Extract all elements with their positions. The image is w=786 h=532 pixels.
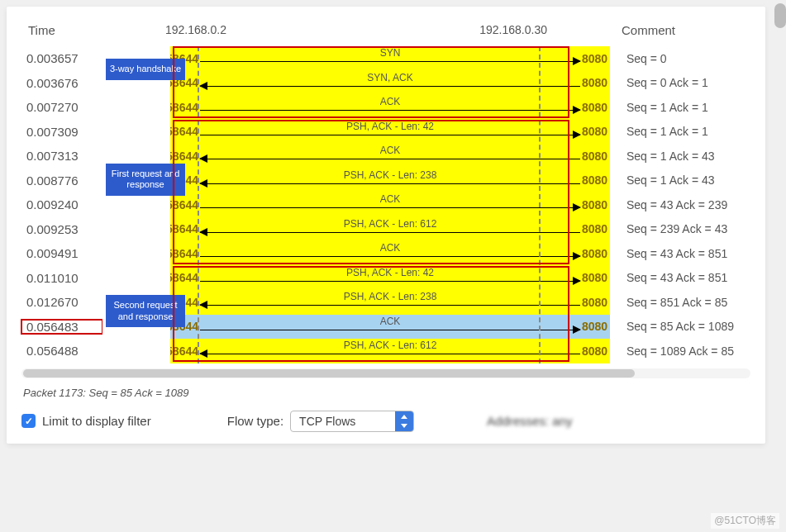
arrow-track: ACK (200, 192, 580, 217)
header-time: Time (28, 23, 111, 37)
packet-label: ACK (200, 242, 580, 254)
packet-label: PSH, ACK - Len: 612 (200, 218, 580, 230)
time-cell: 0.012670 (21, 295, 102, 309)
packet-label: ACK (200, 316, 580, 327)
host1-timeline (198, 46, 199, 363)
column-headers: Time 192.168.0.2 192.168.0.30 Comment (21, 23, 750, 46)
flow-cell: 58644PSH, ACK - Len: 6128080 (170, 339, 610, 363)
time-cell: 0.008776 (21, 173, 102, 188)
comment-cell: Seq = 0 Ack = 1 (610, 76, 750, 89)
flow-cell: 58644PSH, ACK - Len: 6128080 (170, 217, 610, 242)
packet-label: ACK (200, 96, 580, 107)
page-scrollbar[interactable] (774, 3, 786, 28)
arrow-track: ACK (200, 241, 580, 266)
packet-label: PSH, ACK - Len: 612 (200, 340, 580, 351)
flow-row[interactable]: 0.05648858644PSH, ACK - Len: 6128080Seq … (21, 339, 750, 363)
phase-cell (102, 266, 170, 291)
arrow-track: PSH, ACK - Len: 612 (200, 339, 580, 363)
flow-type-select[interactable]: TCP Flows (290, 411, 414, 432)
comment-cell: Seq = 0 (610, 52, 750, 65)
time-cell: 0.009253 (21, 222, 102, 236)
flow-cell: 58644ACK8080 (170, 241, 610, 266)
arrow-track: PSH, ACK - Len: 238 (200, 169, 580, 193)
packet-label: PSH, ACK - Len: 42 (200, 121, 580, 132)
flow-cell: 58644SYN8080 (170, 46, 610, 71)
comment-cell: Seq = 43 Ack = 851 (610, 247, 750, 260)
phase-cell (102, 192, 170, 217)
arrow-track: ACK (200, 144, 580, 169)
arrow-track: PSH, ACK - Len: 42 (200, 120, 580, 145)
time-cell: 0.003676 (21, 76, 102, 90)
flow-row[interactable]: 0.01101058644PSH, ACK - Len: 428080Seq =… (21, 266, 750, 291)
header-host-2: 192.168.0.30 (479, 23, 547, 36)
flow-cell: 58644PSH, ACK - Len: 2388080 (170, 169, 610, 193)
phase-cell (102, 120, 170, 145)
flow-cell: 58644ACK8080 (170, 144, 610, 169)
phase-cell (102, 241, 170, 266)
time-cell: 0.007313 (21, 149, 102, 163)
comment-cell: Seq = 851 Ack = 85 (610, 296, 750, 309)
select-caret-icon (395, 411, 413, 431)
flow-row[interactable]: 0.00925358644PSH, ACK - Len: 6128080Seq … (21, 217, 750, 242)
comment-cell: Seq = 43 Ack = 239 (610, 198, 750, 211)
horizontal-scrollbar-thumb[interactable] (23, 369, 635, 378)
comment-cell: Seq = 43 Ack = 851 (610, 271, 750, 284)
header-host-1: 192.168.0.2 (165, 23, 226, 36)
flow-type-value: TCP Flows (299, 415, 355, 428)
limit-filter-label: Limit to display filter (42, 414, 151, 428)
packet-label: ACK (200, 193, 580, 205)
phase-label: 3-way handshake (106, 59, 185, 80)
arrow-track: PSH, ACK - Len: 238 (200, 290, 580, 315)
flow-cell: 58644ACK8080 (170, 95, 610, 120)
time-cell: 0.007270 (21, 100, 102, 114)
arrow-track: PSH, ACK - Len: 42 (200, 266, 580, 291)
comment-cell: Seq = 239 Ack = 43 (610, 222, 750, 235)
time-cell: 0.007309 (21, 125, 102, 139)
flow-area: 0.00365758644SYN8080Seq = 00.00367658644… (21, 46, 750, 363)
flow-graph-panel: Time 192.168.0.2 192.168.0.30 Comment 0.… (7, 7, 765, 444)
footer-controls: ✓ Limit to display filter Flow type: TCP… (21, 411, 750, 432)
limit-filter-checkbox[interactable]: ✓ (21, 414, 36, 428)
time-cell: 0.003657 (21, 51, 102, 65)
packet-label: PSH, ACK - Len: 238 (200, 291, 580, 302)
flow-row[interactable]: 0.00727058644ACK8080Seq = 1 Ack = 1 (21, 95, 750, 120)
flow-cell: 58644PSH, ACK - Len: 428080 (170, 266, 610, 291)
phase-cell (102, 339, 170, 363)
packet-label: SYN (200, 47, 580, 59)
phase-label: Second request and response (106, 295, 185, 328)
comment-cell: Seq = 85 Ack = 1089 (610, 320, 750, 333)
packet-label: ACK (200, 145, 580, 156)
flow-type-label: Flow type: (227, 414, 283, 428)
header-comment: Comment (615, 23, 750, 37)
flow-cell: 58644SYN, ACK8080 (170, 71, 610, 96)
time-cell: 0.056483 (21, 320, 102, 334)
packet-label: SYN, ACK (200, 72, 580, 83)
phase-cell (102, 95, 170, 120)
comment-cell: Seq = 1 Ack = 43 (610, 150, 750, 163)
packet-label: PSH, ACK - Len: 238 (200, 169, 580, 181)
comment-cell: Seq = 1 Ack = 1 (610, 125, 750, 138)
flow-row[interactable]: 0.00924058644ACK8080Seq = 43 Ack = 239 (21, 192, 750, 217)
time-cell: 0.009491 (21, 246, 102, 260)
arrow-track: SYN, ACK (200, 71, 580, 96)
horizontal-scrollbar[interactable] (21, 368, 750, 378)
watermark: @51CTO博客 (711, 513, 779, 529)
flow-cell: 58644ACK8080 (170, 315, 610, 340)
time-cell: 0.056488 (21, 344, 102, 358)
comment-cell: Seq = 1 Ack = 1 (610, 101, 750, 114)
status-line: Packet 1173: Seq = 85 Ack = 1089 (23, 387, 750, 399)
packet-label: PSH, ACK - Len: 42 (200, 267, 580, 278)
comment-cell: Seq = 1089 Ack = 85 (610, 344, 750, 358)
flow-row[interactable]: 0.00949158644ACK8080Seq = 43 Ack = 851 (21, 241, 750, 266)
flow-row[interactable]: 0.00730958644PSH, ACK - Len: 428080Seq =… (21, 120, 750, 145)
host2-timeline (539, 46, 541, 363)
flow-cell: 58644ACK8080 (170, 192, 610, 217)
flow-cell: 58644PSH, ACK - Len: 428080 (170, 120, 610, 145)
phase-label: First request and response (106, 164, 185, 197)
arrow-track: SYN (200, 46, 580, 71)
arrow-track: PSH, ACK - Len: 612 (200, 217, 580, 242)
arrow-track: ACK (200, 315, 580, 340)
addresses-label: Addresses: any (487, 414, 572, 428)
comment-cell: Seq = 1 Ack = 43 (610, 173, 750, 187)
flow-cell: 58644PSH, ACK - Len: 2388080 (170, 290, 610, 315)
